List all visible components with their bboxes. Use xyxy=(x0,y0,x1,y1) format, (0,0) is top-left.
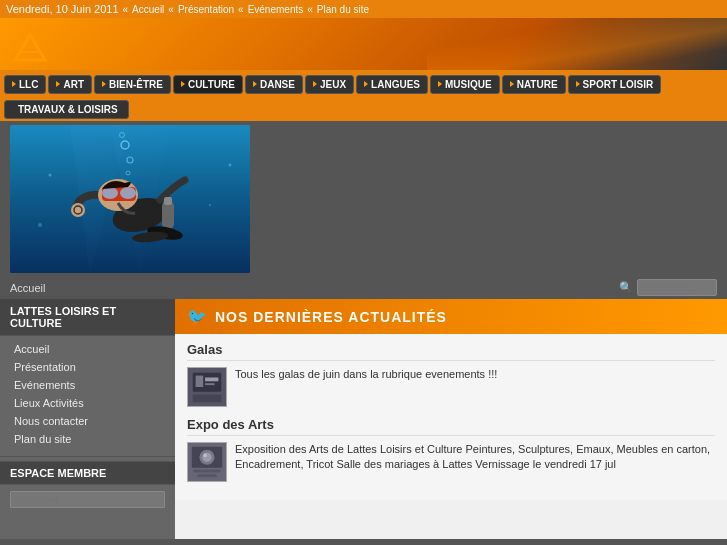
sidebar-title: LATTES LOISIRS ET CULTURE xyxy=(0,299,175,336)
sidebar-item-lieux-activites[interactable]: Lieux Activités xyxy=(0,394,175,412)
svg-rect-27 xyxy=(205,378,218,382)
news-thumb-galas xyxy=(187,367,227,407)
nav-label-nature: NATURE xyxy=(517,79,558,90)
sidebar-section-espace-membre: ESPACE MEMBRE xyxy=(0,461,175,485)
news-title-galas: Galas xyxy=(187,342,715,361)
logo-icon xyxy=(10,30,50,66)
top-bar: Vendredi, 10 Juin 2011 « Accueil « Prése… xyxy=(0,0,727,18)
date-label: Vendredi, 10 Juin 2011 xyxy=(6,3,119,15)
search-input[interactable] xyxy=(637,279,717,296)
nav-label-danse: DANSE xyxy=(260,79,295,90)
arrow-icon xyxy=(510,81,514,87)
search-box: 🔍 xyxy=(619,279,717,296)
nav-label-culture: CULTURE xyxy=(188,79,235,90)
news-icon: 🐦 xyxy=(187,307,207,326)
news-text-galas: Tous les galas de juin dans la rubrique … xyxy=(235,367,497,382)
sidebar-item-nous-contacter[interactable]: Nous contacter xyxy=(0,412,175,430)
svg-point-23 xyxy=(229,163,232,166)
hero-section xyxy=(0,121,727,276)
svg-point-34 xyxy=(203,453,207,457)
login-input-identifiant[interactable] xyxy=(10,491,165,508)
svg-rect-29 xyxy=(193,395,222,403)
svg-rect-26 xyxy=(196,376,204,387)
nav-item-nature[interactable]: NATURE xyxy=(502,75,566,94)
topbar-link-presentation[interactable]: Présentation xyxy=(178,4,234,15)
arrow-icon xyxy=(313,81,317,87)
svg-point-21 xyxy=(209,204,211,206)
header xyxy=(0,18,727,70)
hero-image xyxy=(10,125,250,273)
sep1: « xyxy=(123,4,129,15)
svg-point-20 xyxy=(49,173,52,176)
news-item-galas: Tous les galas de juin dans la rubrique … xyxy=(187,367,715,407)
nav-label-travaux: TRAVAUX & LOISIRS xyxy=(18,104,118,115)
sidebar-divider xyxy=(0,456,175,457)
news-section-galas: Galas Tous les galas de juin dans la rub… xyxy=(187,342,715,407)
nav-item-musique[interactable]: MUSIQUE xyxy=(430,75,500,94)
nav-label-bien-etre: BIEN-ÊTRE xyxy=(109,79,163,90)
content-panel: 🐦 NOS DERNIÈRES ACTUALITÉS Galas xyxy=(175,299,727,539)
svg-marker-0 xyxy=(15,35,45,60)
nav-item-art[interactable]: ART xyxy=(48,75,92,94)
arrow-icon xyxy=(181,81,185,87)
topbar-link-evenements[interactable]: Evénements xyxy=(248,4,304,15)
nav-item-bien-etre[interactable]: BIEN-ÊTRE xyxy=(94,75,171,94)
search-icon: 🔍 xyxy=(619,281,633,294)
svg-rect-36 xyxy=(198,474,217,477)
arrow-icon xyxy=(253,81,257,87)
sidebar-login-area xyxy=(0,485,175,514)
arrow-icon xyxy=(438,81,442,87)
nav-item-sport-loisir[interactable]: SPORT LOISIR xyxy=(568,75,662,94)
logo xyxy=(10,30,50,66)
nav-label-musique: MUSIQUE xyxy=(445,79,492,90)
sidebar-item-plan-du-site[interactable]: Plan du site xyxy=(0,430,175,448)
expo-thumb-image xyxy=(188,442,226,482)
sep4: « xyxy=(307,4,313,15)
nav-label-jeux: JEUX xyxy=(320,79,346,90)
sidebar: LATTES LOISIRS ET CULTURE Accueil Présen… xyxy=(0,299,175,539)
svg-point-10 xyxy=(71,203,85,217)
svg-point-33 xyxy=(202,453,212,463)
breadcrumb: Accueil 🔍 xyxy=(0,276,727,299)
sep2: « xyxy=(168,4,174,15)
sidebar-item-evenements[interactable]: Evénements xyxy=(0,376,175,394)
sidebar-menu: Accueil Présentation Evénements Lieux Ac… xyxy=(0,336,175,452)
nav-label-langues: LANGUES xyxy=(371,79,420,90)
news-title-expo: Expo des Arts xyxy=(187,417,715,436)
news-thumb-expo xyxy=(187,442,227,482)
svg-point-15 xyxy=(120,187,136,199)
sep3: « xyxy=(238,4,244,15)
nav-item-culture[interactable]: CULTURE xyxy=(173,75,243,94)
nav-item-langues[interactable]: LANGUES xyxy=(356,75,428,94)
nav-label-sport-loisir: SPORT LOISIR xyxy=(583,79,654,90)
arrow-icon xyxy=(102,81,106,87)
sidebar-item-presentation[interactable]: Présentation xyxy=(0,358,175,376)
main-content: LATTES LOISIRS ET CULTURE Accueil Présen… xyxy=(0,299,727,539)
nav-label-llc: LLC xyxy=(19,79,38,90)
sidebar-item-accueil[interactable]: Accueil xyxy=(0,340,175,358)
content-body: Galas Tous les galas de juin dans la rub… xyxy=(175,334,727,500)
nav-item-travaux-loisirs[interactable]: TRAVAUX & LOISIRS xyxy=(4,100,129,119)
content-header: 🐦 NOS DERNIÈRES ACTUALITÉS xyxy=(175,299,727,334)
galas-thumb-image xyxy=(188,367,226,407)
nav-row2: TRAVAUX & LOISIRS xyxy=(0,98,727,121)
nav-item-jeux[interactable]: JEUX xyxy=(305,75,354,94)
topbar-link-plan[interactable]: Plan du site xyxy=(317,4,369,15)
nav-item-danse[interactable]: DANSE xyxy=(245,75,303,94)
arrow-icon xyxy=(12,81,16,87)
nav-label-art: ART xyxy=(63,79,84,90)
svg-point-22 xyxy=(38,223,42,227)
news-text-expo: Exposition des Arts de Lattes Loisirs et… xyxy=(235,442,715,473)
arrow-icon xyxy=(576,81,580,87)
arrow-icon xyxy=(364,81,368,87)
nav-item-llc[interactable]: LLC xyxy=(4,75,46,94)
svg-rect-17 xyxy=(164,197,172,205)
nav-row1: LLC ART BIEN-ÊTRE CULTURE DANSE JEUX LAN… xyxy=(0,70,727,98)
svg-rect-35 xyxy=(194,470,221,473)
svg-rect-16 xyxy=(162,201,174,229)
topbar-link-accueil[interactable]: Accueil xyxy=(132,4,164,15)
news-item-expo: Exposition des Arts de Lattes Loisirs et… xyxy=(187,442,715,482)
diver-svg xyxy=(10,125,250,273)
breadcrumb-label: Accueil xyxy=(10,282,45,294)
content-header-title: NOS DERNIÈRES ACTUALITÉS xyxy=(215,309,447,325)
